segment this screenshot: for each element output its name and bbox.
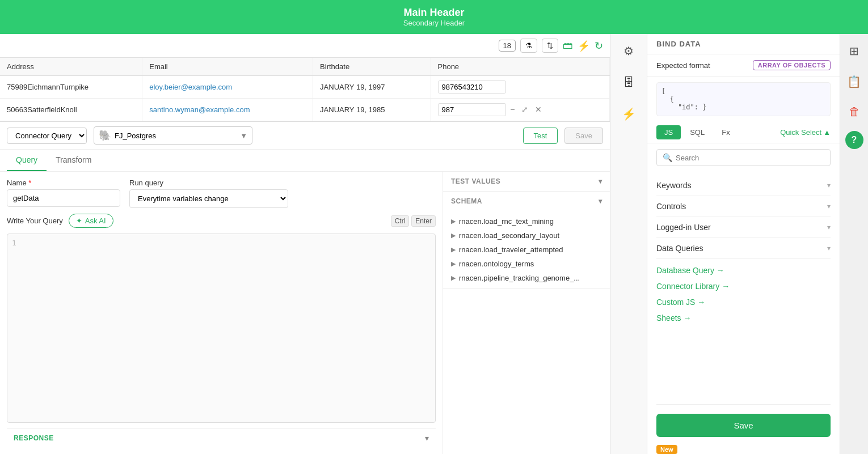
minimize-button[interactable]: − xyxy=(508,104,517,115)
main-header-title: Main Header xyxy=(0,7,868,19)
name-form-group: Name * xyxy=(7,179,120,208)
cell-birthdate-2: JANUARY 19, 1985 xyxy=(313,99,431,121)
cell-phone-2: − ⤢ ✕ xyxy=(431,99,610,121)
schema-item[interactable]: ▶ rnacen.load_secondary_layout xyxy=(443,228,610,243)
expand-button[interactable]: ⤢ xyxy=(519,104,530,115)
data-table-area: Address Email Birthdate Phone 75989Eichm… xyxy=(0,58,610,122)
schema-item[interactable]: ▶ rnacen.pipeline_tracking_genome_... xyxy=(443,271,610,285)
sort-button[interactable]: ⇅ xyxy=(542,39,558,53)
sidebar-database-icon[interactable]: 🗄 xyxy=(618,71,639,94)
save-query-button[interactable]: Save xyxy=(564,128,603,144)
schema-item[interactable]: ▶ rnacen.ontology_terms xyxy=(443,257,610,271)
cell-birthdate-1: JANUARY 19, 1997 xyxy=(313,76,431,99)
help-button[interactable]: ? xyxy=(845,131,863,149)
connector-library-link[interactable]: Connector Library → xyxy=(656,282,831,291)
search-icon: 🔍 xyxy=(663,153,672,162)
schema-header[interactable]: SCHEMA ▾ xyxy=(443,192,610,211)
far-right-sidebar: ⊞ 📋 🗑 ? xyxy=(840,34,868,454)
bind-data-header: BIND DATA xyxy=(647,34,840,54)
lang-tab-fx[interactable]: Fx xyxy=(714,125,738,139)
sidebar-clipboard-icon[interactable]: 📋 xyxy=(842,70,866,93)
app-body: 18 ⚗ ⇅ 🗃 ⚡ ↻ Address Email Birthdate Pho… xyxy=(0,34,868,454)
run-query-select[interactable]: Everytime variables change xyxy=(129,189,288,208)
db-postgres-icon: 🐘 xyxy=(99,129,111,142)
name-input[interactable] xyxy=(7,189,120,207)
refresh-icon[interactable]: ↻ xyxy=(595,40,603,52)
schema-chevron: ▾ xyxy=(599,197,602,205)
ctrl-enter-hint: Ctrl Enter xyxy=(391,215,436,227)
ctrl-key: Ctrl xyxy=(391,215,410,227)
response-toggle[interactable]: ▾ xyxy=(425,434,429,443)
cell-address-2: 50663SatterfieldKnoll xyxy=(0,99,142,121)
bind-format-row: Expected format ARRAY OF OBJECTS xyxy=(647,54,840,77)
category-keywords[interactable]: Keywords ▾ xyxy=(656,175,831,196)
col-header-email: Email xyxy=(142,58,313,76)
run-query-label: Run query xyxy=(129,179,288,187)
lightning-icon[interactable]: ⚡ xyxy=(578,40,590,52)
database-query-link[interactable]: Database Query → xyxy=(656,266,831,275)
data-queries-chevron-icon: ▾ xyxy=(827,244,831,252)
ask-ai-button[interactable]: ✦ Ask AI xyxy=(69,214,113,228)
phone-input-2[interactable] xyxy=(438,103,506,116)
link-list: Database Query → Connector Library → Cus… xyxy=(647,262,840,326)
sidebar-trash-icon[interactable]: 🗑 xyxy=(844,101,865,123)
schema-item[interactable]: ▶ rnacen.load_traveler_attempted xyxy=(443,243,610,257)
db-name: FJ_Postgres xyxy=(115,131,156,140)
quick-select-chevron-icon: ▲ xyxy=(823,128,831,137)
schema-arrow-icon: ▶ xyxy=(451,260,456,268)
db-selector[interactable]: 🐘 FJ_Postgres ▼ xyxy=(94,126,252,145)
toolbar-row: 18 ⚗ ⇅ 🗃 ⚡ ↻ xyxy=(0,34,610,58)
table-row: 50663SatterfieldKnoll santino.wyman@exam… xyxy=(0,99,610,121)
schema-arrow-icon: ▶ xyxy=(451,246,456,253)
sidebar-lightning-icon[interactable]: ⚡ xyxy=(617,103,641,125)
cell-email-2: santino.wyman@example.com xyxy=(142,99,313,121)
category-logged-in-user[interactable]: Logged-in User ▾ xyxy=(656,217,831,238)
phone-input-1[interactable] xyxy=(438,80,506,94)
connector-query-select[interactable]: Connector Query xyxy=(7,128,87,144)
sidebar-filter-icon[interactable]: ⚙ xyxy=(619,40,638,62)
save-main-button[interactable]: Save xyxy=(656,414,831,437)
lang-tab-group: JS SQL Fx xyxy=(656,125,738,139)
sidebar-copy-icon[interactable]: ⊞ xyxy=(845,40,863,62)
schema-section: SCHEMA ▾ ▶ rnacen.load_rnc_text_mining ▶… xyxy=(443,192,610,289)
query-body: Name * Run query Everytime variables cha… xyxy=(0,172,610,454)
search-input[interactable] xyxy=(676,154,824,162)
custom-js-link[interactable]: Custom JS → xyxy=(656,298,831,307)
lang-tabs: JS SQL Fx Quick Select ▲ xyxy=(647,122,840,143)
bind-panel-footer: Save New xyxy=(647,404,840,454)
response-label: RESPONSE xyxy=(14,434,54,442)
response-row: RESPONSE ▾ xyxy=(7,428,436,447)
database-icon[interactable]: 🗃 xyxy=(563,40,573,52)
test-values-header[interactable]: TEST VALUES ▾ xyxy=(443,172,610,191)
array-objects-badge: ARRAY OF OBJECTS xyxy=(753,60,831,70)
schema-arrow-icon: ▶ xyxy=(451,218,456,225)
code-preview: [ { "id": } xyxy=(656,82,831,116)
tab-query[interactable]: Query xyxy=(7,150,47,171)
col-header-birthdate: Birthdate xyxy=(313,58,431,76)
lang-tab-sql[interactable]: SQL xyxy=(682,125,713,139)
new-badge: New xyxy=(656,445,677,454)
data-table: Address Email Birthdate Phone 75989Eichm… xyxy=(0,58,610,121)
query-right-panel: TEST VALUES ▾ SCHEMA ▾ ▶ xyxy=(443,172,610,454)
test-button[interactable]: Test xyxy=(523,128,558,144)
schema-arrow-icon: ▶ xyxy=(451,232,456,239)
lang-tab-js[interactable]: JS xyxy=(656,125,681,139)
close-button[interactable]: ✕ xyxy=(533,104,544,115)
right-sidebar: ⚙ 🗄 ⚡ xyxy=(610,34,647,454)
run-query-form-group: Run query Everytime variables change xyxy=(129,179,288,208)
tab-transform[interactable]: Transform xyxy=(47,150,100,171)
filter-icon: ⚗ xyxy=(525,41,532,50)
query-panel: Connector Query 🐘 FJ_Postgres ▼ Test Sav… xyxy=(0,122,610,454)
main-header: Main Header Secondary Header xyxy=(0,0,868,34)
category-controls[interactable]: Controls ▾ xyxy=(656,196,831,217)
bind-data-panel: BIND DATA Expected format ARRAY OF OBJEC… xyxy=(647,34,840,454)
required-indicator: * xyxy=(28,179,31,187)
category-data-queries[interactable]: Data Queries ▾ xyxy=(656,238,831,259)
main-header-subtitle: Secondary Header xyxy=(0,19,868,27)
schema-item[interactable]: ▶ rnacen.load_rnc_text_mining xyxy=(443,214,610,228)
filter-button[interactable]: ⚗ xyxy=(520,39,537,53)
code-editor[interactable]: 1 xyxy=(7,234,436,423)
quick-select-button[interactable]: Quick Select ▲ xyxy=(780,128,831,137)
schema-arrow-icon: ▶ xyxy=(451,274,456,282)
sheets-link[interactable]: Sheets → xyxy=(656,313,831,323)
